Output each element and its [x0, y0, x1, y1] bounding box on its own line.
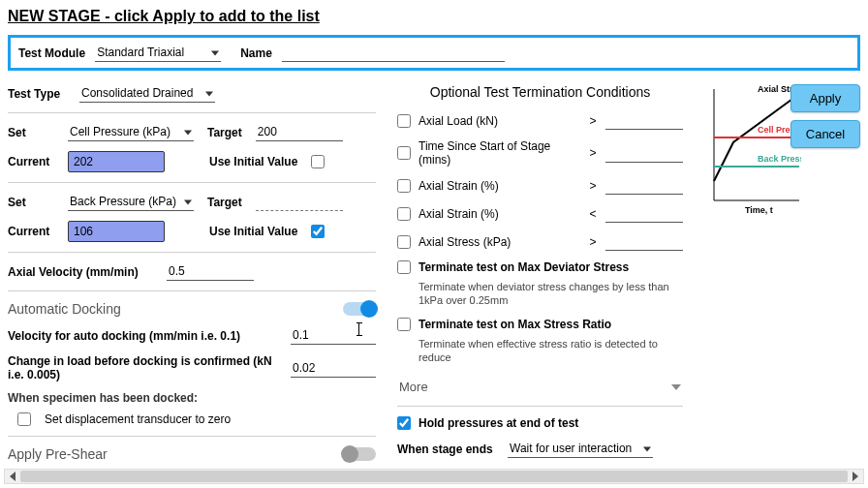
- pre-shear-label: Apply Pre-Shear: [8, 446, 108, 462]
- set1-current-label: Current: [8, 155, 54, 168]
- term-row-2-checkbox[interactable]: [397, 179, 411, 193]
- more-label: More: [399, 380, 428, 394]
- set2-target-input[interactable]: [256, 193, 343, 211]
- set1-target-label: Target: [207, 126, 242, 139]
- after-dock-label: When specimen has been docked:: [8, 391, 376, 405]
- test-module-label: Test Module: [18, 46, 85, 60]
- term-row-1-checkbox[interactable]: [397, 146, 411, 160]
- pre-shear-toggle[interactable]: [343, 447, 376, 461]
- term-row-1-label: Time Since Start of Stage (mins): [418, 139, 580, 167]
- set2-target-label: Target: [207, 196, 242, 209]
- term-row-4-checkbox[interactable]: [397, 235, 411, 249]
- auto-docking-toggle[interactable]: [343, 302, 376, 316]
- axial-velocity-label: Axial Velocity (mm/min): [8, 265, 153, 279]
- set1-use-initial-label: Use Initial Value: [209, 155, 297, 168]
- trend-chart: Axial Strain Cell Pressure Back Pressure…: [704, 84, 801, 215]
- max-deviator-sub: Terminate when deviator stress changes b…: [418, 280, 683, 308]
- scroll-track[interactable]: [20, 471, 848, 482]
- text-cursor-icon: [358, 322, 359, 336]
- termination-title: Optional Test Termination Conditions: [397, 84, 683, 100]
- term-row-3-label: Axial Strain (%): [418, 207, 580, 221]
- set2-select[interactable]: [68, 193, 194, 211]
- term-row-4-label: Axial Stress (kPa): [418, 235, 580, 249]
- term-row-2-op: >: [588, 179, 598, 193]
- legend-back: Back Pressure: [758, 154, 801, 164]
- axial-velocity-input[interactable]: [167, 262, 254, 281]
- term-row-0-checkbox[interactable]: [397, 114, 411, 128]
- term-row-2-label: Axial Strain (%): [418, 179, 580, 193]
- set1-target-input[interactable]: [256, 123, 343, 141]
- set2-current-label: Current: [8, 225, 54, 238]
- scroll-right-icon[interactable]: [848, 470, 863, 483]
- set-zero-checkbox[interactable]: [17, 412, 31, 426]
- max-ratio-checkbox[interactable]: [397, 318, 411, 331]
- term-row-3-op: <: [588, 207, 598, 221]
- term-row-4-input[interactable]: [605, 232, 683, 251]
- test-module-select[interactable]: [95, 44, 221, 62]
- name-input[interactable]: [282, 44, 505, 62]
- term-row-2-input[interactable]: [605, 176, 683, 195]
- stage-ends-select[interactable]: [508, 440, 653, 458]
- term-row-4-op: >: [588, 235, 598, 249]
- term-row-3-checkbox[interactable]: [397, 207, 411, 221]
- auto-docking-title: Automatic Docking: [8, 301, 121, 317]
- set1-label: Set: [8, 126, 54, 139]
- max-ratio-sub: Terminate when effective stress ratio is…: [418, 337, 683, 365]
- set2-label: Set: [8, 196, 54, 209]
- term-row-3-input[interactable]: [605, 204, 683, 223]
- set-zero-label: Set displacement transducer to zero: [45, 412, 231, 426]
- more-expander[interactable]: More: [397, 374, 683, 400]
- dock-change-input[interactable]: [291, 359, 376, 378]
- cancel-button[interactable]: Cancel: [790, 120, 860, 148]
- set1-select[interactable]: [68, 123, 194, 141]
- set1-use-initial-checkbox[interactable]: [311, 155, 325, 168]
- dock-change-label: Change in load before docking is confirm…: [8, 354, 291, 381]
- hold-pressures-checkbox[interactable]: [397, 416, 411, 430]
- term-row-0-input[interactable]: [605, 111, 683, 130]
- test-type-select[interactable]: [79, 84, 215, 103]
- hold-pressures-label: Hold pressures at end of test: [418, 416, 578, 430]
- set2-use-initial-checkbox[interactable]: [311, 225, 325, 238]
- term-row-0-op: >: [588, 114, 598, 128]
- horizontal-scrollbar[interactable]: [4, 469, 864, 484]
- max-ratio-label: Terminate test on Max Stress Ratio: [418, 318, 683, 331]
- set2-use-initial-label: Use Initial Value: [209, 225, 297, 238]
- set1-current-value: 202: [68, 151, 165, 172]
- dock-velocity-label: Velocity for auto docking (mm/min i.e. 0…: [8, 329, 240, 343]
- dock-velocity-input[interactable]: [291, 326, 376, 345]
- term-row-0-label: Axial Load (kN): [418, 114, 580, 128]
- set2-current-value: 106: [68, 221, 165, 242]
- scroll-left-icon[interactable]: [5, 470, 20, 483]
- term-row-1-op: >: [588, 146, 598, 160]
- term-row-1-input[interactable]: [605, 144, 683, 163]
- chevron-down-icon: [671, 384, 681, 390]
- name-label: Name: [240, 46, 272, 60]
- max-deviator-label: Terminate test on Max Deviator Stress: [418, 260, 683, 274]
- test-type-label: Test Type: [8, 87, 66, 101]
- max-deviator-checkbox[interactable]: [397, 260, 411, 274]
- top-bar: Test Module Name: [8, 35, 860, 71]
- chart-xlabel: Time, t: [745, 205, 773, 215]
- apply-button[interactable]: Apply: [790, 84, 860, 112]
- stage-ends-label: When stage ends: [397, 442, 494, 456]
- page-title: NEW STAGE - click Apply to add to the li…: [8, 8, 860, 25]
